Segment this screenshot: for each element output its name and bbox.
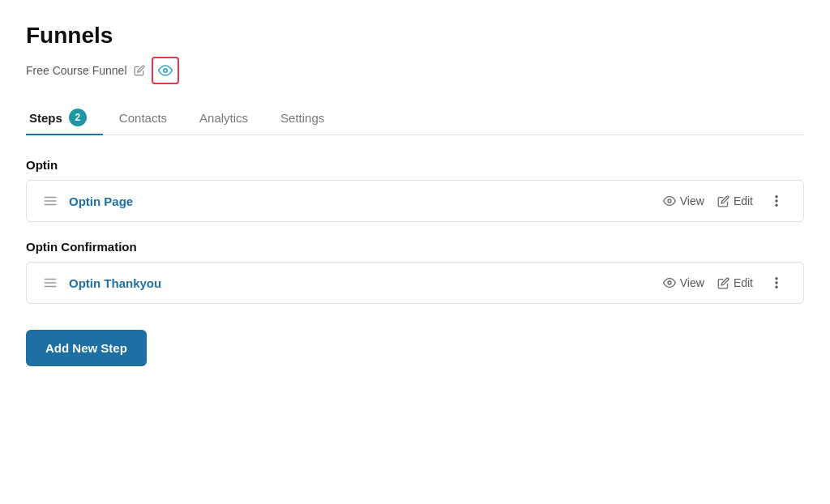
tab-contacts-label: Contacts (119, 111, 167, 125)
section-optin: Optin Optin Page Vie (26, 158, 804, 222)
tab-contacts[interactable]: Contacts (103, 100, 183, 135)
tab-steps-badge: 2 (69, 109, 87, 126)
more-options-button-optin-page[interactable] (766, 194, 787, 208)
step-card-optin-thankyou: Optin Thankyou View Edit (26, 262, 804, 304)
edit-pencil-icon[interactable] (134, 65, 145, 76)
edit-label-2: Edit (734, 276, 753, 289)
tab-settings[interactable]: Settings (264, 100, 340, 135)
step-name-optin-page[interactable]: Optin Page (69, 194, 133, 208)
edit-button-optin-page[interactable]: Edit (717, 194, 753, 207)
step-card-right-2: View Edit (663, 275, 787, 290)
svg-point-14 (776, 287, 777, 288)
view-label: View (680, 194, 704, 207)
step-card-optin-page: Optin Page View Edit (26, 180, 804, 222)
svg-point-5 (776, 196, 777, 198)
tab-steps[interactable]: Steps 2 (26, 100, 103, 135)
breadcrumb-row: Free Course Funnel (26, 57, 804, 84)
tabs-row: Steps 2 Contacts Analytics Settings (26, 100, 804, 135)
tab-analytics[interactable]: Analytics (183, 100, 264, 135)
more-options-button-optin-thankyou[interactable] (766, 275, 787, 290)
svg-point-4 (668, 199, 671, 203)
page-container: Funnels Free Course Funnel Steps 2 Conta… (0, 0, 830, 389)
svg-point-11 (668, 281, 671, 284)
tab-settings-label: Settings (280, 111, 324, 125)
drag-handle-icon[interactable] (43, 194, 58, 208)
section-optin-confirmation: Optin Confirmation Optin Thankyou (26, 240, 804, 304)
svg-point-12 (776, 278, 777, 280)
tab-analytics-label: Analytics (199, 111, 248, 125)
svg-point-0 (163, 69, 167, 73)
svg-point-13 (776, 282, 777, 284)
svg-point-7 (776, 205, 777, 207)
add-new-step-button[interactable]: Add New Step (26, 330, 147, 366)
section-optin-label: Optin (26, 158, 804, 172)
edit-label: Edit (734, 194, 753, 207)
step-name-optin-thankyou[interactable]: Optin Thankyou (69, 276, 161, 290)
view-button-optin-page[interactable]: View (663, 194, 704, 207)
step-card-left: Optin Page (43, 194, 133, 208)
edit-button-optin-thankyou[interactable]: Edit (717, 276, 753, 289)
preview-eye-button[interactable] (152, 57, 179, 84)
view-button-optin-thankyou[interactable]: View (663, 276, 704, 289)
section-optin-confirmation-label: Optin Confirmation (26, 240, 804, 254)
tab-steps-label: Steps (29, 111, 62, 125)
page-title: Funnels (26, 23, 804, 49)
step-card-right: View Edit (663, 194, 787, 208)
svg-point-6 (776, 200, 777, 202)
funnel-name: Free Course Funnel (26, 64, 127, 77)
step-card-left-2: Optin Thankyou (43, 275, 161, 290)
drag-handle-icon-2[interactable] (43, 275, 58, 290)
view-label-2: View (680, 276, 704, 289)
